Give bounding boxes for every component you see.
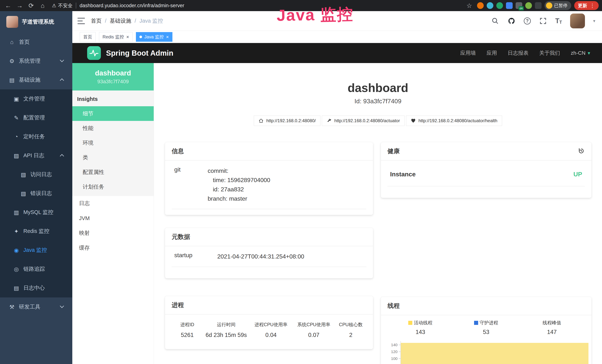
extension-icon-puzzle[interactable] [535, 2, 542, 9]
extension-icon-green[interactable] [496, 2, 503, 9]
bookmark-star-icon[interactable]: ☆ [464, 1, 474, 11]
github-icon[interactable] [507, 17, 516, 25]
sba-brand-title[interactable]: Spring Boot Admin [106, 49, 173, 57]
service-url-link[interactable]: http://192.168.0.2:48080/ [254, 116, 320, 126]
security-warning-icon[interactable]: ⚠ [52, 3, 56, 9]
app-header: 首页 / 基础设施 / Java 监控 ? [72, 11, 602, 31]
app-logo-row[interactable]: 芋道管理系统 [0, 11, 72, 33]
sidebar-label: API 日志 [23, 152, 44, 159]
sidebar-item-config-mgmt[interactable]: ✎ 配置管理 [0, 108, 72, 127]
sidebar-item-redis-monitor[interactable]: ✦ Redis 监控 [0, 222, 72, 241]
extension-icon-switch[interactable]: on [516, 2, 522, 9]
legend-live-threads: 活动线程 143 [387, 320, 453, 335]
process-col-header: CPU核心数 [335, 320, 366, 330]
back-icon[interactable]: ← [3, 1, 13, 11]
legend-value: 143 [387, 329, 453, 335]
trace-icon: ◎ [12, 266, 20, 272]
search-icon[interactable] [491, 17, 499, 25]
history-icon[interactable] [578, 147, 585, 155]
sba-menu-caches[interactable]: 缓存 [72, 240, 154, 255]
close-icon[interactable]: × [126, 34, 129, 39]
y-tick-label: 140 [391, 343, 398, 347]
sidebar-item-tracing[interactable]: ◎ 链路追踪 [0, 260, 72, 278]
help-icon[interactable]: ? [524, 17, 531, 24]
breadcrumb-infrastructure[interactable]: 基础设施 [110, 17, 131, 25]
sba-nav-about[interactable]: 关于我们 [539, 50, 560, 57]
sidebar-item-home[interactable]: ⌂ 首页 [0, 33, 72, 52]
sidebar-item-api-logs[interactable]: ▨ API 日志 [0, 146, 72, 165]
process-col-value: 2 [335, 330, 366, 341]
instance-id: 93a3fc7f7409 [97, 79, 129, 85]
sidebar-item-system-mgmt[interactable]: ⚙ 系统管理 [0, 52, 72, 70]
sidebar-item-file-mgmt[interactable]: ▣ 文件管理 [0, 89, 72, 108]
browser-update-button[interactable]: 更新 ⋮ [574, 1, 599, 10]
info-value: commit: time: 1596289704000 id: 27aa832 … [208, 166, 270, 203]
sba-menu-jvm[interactable]: JVM [72, 211, 154, 226]
insights-section-label: Insights [72, 90, 154, 106]
sba-menu-metrics[interactable]: 性能 [72, 121, 154, 136]
sidebar-item-error-logs[interactable]: ▧ 错误日志 [0, 184, 72, 203]
chart-plot-area [400, 341, 590, 364]
sidebar-item-java-monitor[interactable]: ◉ Java 监控 [0, 241, 72, 260]
process-col-value: 0.04 [249, 330, 292, 341]
actuator-url-link[interactable]: http://192.168.0.2:48080/actuator [322, 116, 405, 126]
app-title: 芋道管理系统 [22, 18, 54, 26]
y-tick-label: 120 [391, 350, 398, 354]
breadcrumb-home[interactable]: 首页 [91, 17, 102, 25]
sba-nav: 应用墙 应用 日志报表 关于我们 zh-CN ▾ [460, 50, 590, 57]
browser-menu-icon[interactable]: ⋮ [590, 3, 595, 9]
tab-label: 首页 [83, 34, 92, 40]
font-small-glyph: T [559, 20, 562, 25]
sba-menu-details[interactable]: 细节 [72, 106, 154, 121]
sba-menu-config-props[interactable]: 配置属性 [72, 165, 154, 180]
sba-nav-journal[interactable]: 日志报表 [508, 50, 528, 57]
sidebar-item-access-logs[interactable]: ▧ 访问日志 [0, 165, 72, 184]
reload-icon[interactable]: ⟳ [26, 1, 36, 11]
sba-menu-classes[interactable]: 类 [72, 150, 154, 165]
font-size-icon[interactable]: TT [555, 17, 562, 25]
sba-instance-box[interactable]: dashboard 93a3fc7f7409 [72, 63, 154, 90]
sba-locale-select[interactable]: zh-CN ▾ [571, 50, 590, 56]
fullscreen-icon[interactable] [539, 17, 547, 25]
sba-menu-mappings[interactable]: 映射 [72, 226, 154, 240]
health-url-link[interactable]: http://192.168.0.2:48080/actuator/health [406, 116, 502, 126]
sba-menu-scheduled-tasks[interactable]: 计划任务 [72, 180, 154, 194]
extension-icon-leaf[interactable] [525, 2, 532, 9]
sidebar-item-infrastructure[interactable]: ▤ 基础设施 [0, 70, 72, 89]
legend-value: 147 [519, 329, 585, 335]
tab-java-monitor[interactable]: Java 监控 × [136, 32, 172, 42]
sidebar-item-dev-tools[interactable]: ⚒ 研发工具 [0, 298, 72, 316]
extension-icon-grid[interactable] [506, 2, 513, 9]
tab-redis-monitor[interactable]: Redis 监控 × [99, 32, 133, 42]
extension-icon-orange[interactable] [477, 2, 484, 9]
sba-logo-icon[interactable] [87, 46, 101, 60]
git-info-row: git commit: time: 1596289704000 id: 27aa… [172, 161, 366, 209]
metadata-row: startup 2021-04-27T00:44:31.254+08:00 [172, 246, 366, 267]
sba-menu-environment[interactable]: 环境 [72, 136, 154, 150]
metadata-card: 元数据 startup 2021-04-27T00:44:31.254+08:0… [165, 228, 373, 278]
sidebar-item-mysql-monitor[interactable]: ▥ MySQL 监控 [0, 203, 72, 222]
sidebar-item-scheduled-tasks[interactable]: ◔ 定时任务 [0, 127, 72, 146]
tags-bar: 首页 Redis 监控 × Java 监控 × [72, 31, 602, 43]
url-text[interactable]: dashboard.yudao.iocoder.cn/infra/admin-s… [80, 3, 184, 9]
sidebar-item-log-center[interactable]: ▤ 日志中心 [0, 278, 72, 298]
sidebar-label: 基础设施 [19, 76, 40, 84]
avatar-caret-icon[interactable]: ▾ [593, 18, 595, 23]
address-bar[interactable]: ⚠ 不安全 dashboard.yudao.iocoder.cn/infra/a… [52, 2, 462, 9]
forward-icon[interactable]: → [15, 1, 24, 11]
extension-icon-teal[interactable] [487, 2, 493, 9]
chevron-up-icon [60, 78, 64, 83]
app-nav: ⌂ 首页 ⚙ 系统管理 ▤ 基础设施 ▣ 文件管理 [0, 33, 72, 316]
sba-nav-wallboard[interactable]: 应用墙 [460, 50, 476, 57]
tab-home[interactable]: 首页 [80, 32, 96, 42]
browser-home-icon[interactable]: ⌂ [38, 1, 47, 11]
avatar[interactable] [570, 13, 585, 28]
sba-nav-applications[interactable]: 应用 [487, 50, 497, 57]
wrench-icon [326, 118, 332, 123]
process-table: 进程ID 5261 运行时间 6d 23h 15m 59s 进程CPU使用率 [172, 320, 366, 341]
process-col-header: 运行时间 [203, 320, 249, 330]
sba-menu-logs[interactable]: 日志 [72, 196, 154, 211]
paused-extension-pill[interactable]: 已暂停 [545, 1, 571, 10]
close-icon[interactable]: × [166, 34, 169, 39]
hamburger-icon[interactable] [77, 18, 85, 24]
